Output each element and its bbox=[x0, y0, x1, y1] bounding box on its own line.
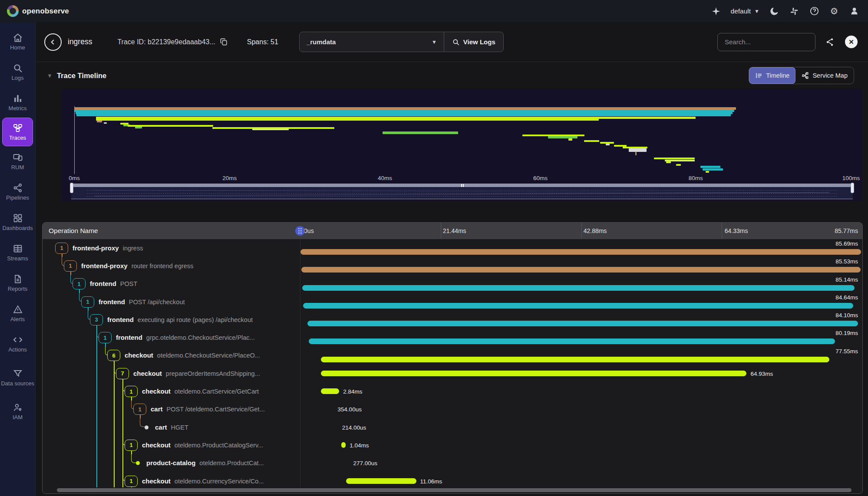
span-children-count-badge[interactable]: 7 bbox=[116, 368, 129, 379]
span-row[interactable]: 1frontendPOST85.14ms bbox=[43, 275, 862, 293]
column-splitter-handle[interactable] bbox=[295, 226, 305, 236]
span-children-count-badge[interactable]: 6 bbox=[107, 350, 120, 361]
span-row[interactable]: cartHGET214.00us bbox=[43, 418, 862, 436]
span-duration-bar[interactable] bbox=[307, 321, 858, 326]
user-icon[interactable] bbox=[849, 6, 859, 16]
settings-icon[interactable]: ⚙ bbox=[829, 6, 839, 16]
span-row[interactable]: 1checkoutoteldemo.CurrencyService/Co...1… bbox=[43, 472, 862, 487]
span-duration-cell[interactable]: 354.00us bbox=[300, 401, 862, 418]
sidebar-item-dashboards[interactable]: Dashboards bbox=[0, 207, 35, 237]
span-children-count-badge[interactable]: 1 bbox=[99, 332, 112, 343]
span-row[interactable]: 7checkoutprepareOrderItemsAndShipping...… bbox=[43, 365, 862, 382]
sidebar-item-iam[interactable]: IAM bbox=[0, 396, 35, 427]
span-duration-cell[interactable]: 80.19ms bbox=[300, 328, 862, 346]
span-duration-bar[interactable] bbox=[321, 371, 747, 376]
span-duration-cell[interactable]: 84.10ms bbox=[300, 311, 862, 328]
span-row[interactable]: 1cartPOST /oteldemo.CartService/Get...35… bbox=[43, 401, 862, 418]
span-duration-cell[interactable]: 85.69ms bbox=[300, 239, 862, 257]
span-duration-cell[interactable]: 85.53ms bbox=[300, 257, 862, 275]
trace-header: ingress Trace ID: b22139e9edaaab43... Sp… bbox=[36, 22, 868, 62]
ai-sparkle-icon[interactable] bbox=[711, 6, 721, 16]
brush-right-handle[interactable] bbox=[851, 183, 854, 193]
sidebar-item-reports[interactable]: Reports bbox=[0, 268, 35, 298]
span-children-count-badge[interactable]: 1 bbox=[73, 278, 86, 289]
span-duration-bar[interactable] bbox=[301, 267, 861, 273]
trace-minimap-chart[interactable]: 0ms20ms40ms60ms80ms100ms bbox=[62, 89, 862, 201]
tab-timeline[interactable]: Timeline bbox=[749, 67, 795, 84]
span-duration-cell[interactable]: 77.55ms bbox=[300, 347, 862, 365]
sidebar-item-rum[interactable]: RUM bbox=[0, 146, 35, 177]
span-duration-cell[interactable]: 2.84ms bbox=[300, 382, 862, 400]
help-icon[interactable] bbox=[809, 6, 819, 16]
span-duration-cell[interactable]: 214.00us bbox=[300, 418, 862, 436]
span-duration-bar[interactable] bbox=[346, 478, 416, 484]
sidebar-item-label: RUM bbox=[11, 164, 24, 171]
span-duration-label: 354.00us bbox=[337, 406, 362, 413]
span-row[interactable]: 1frontendPOST /api/checkout84.64ms bbox=[43, 293, 862, 311]
openobserve-logo[interactable]: openobserve bbox=[0, 5, 69, 17]
span-children-count-badge[interactable]: 1 bbox=[81, 296, 94, 308]
span-duration-bar[interactable] bbox=[303, 303, 853, 309]
span-children-count-badge[interactable]: 1 bbox=[125, 386, 138, 397]
span-row[interactable]: 1frontend-proxyrouter frontend egress85.… bbox=[43, 257, 862, 275]
collapse-chevron-icon[interactable]: ▼ bbox=[47, 72, 53, 79]
span-row[interactable]: product-catalogoteldemo.ProductCat...277… bbox=[43, 454, 862, 472]
span-duration-cell[interactable]: 11.06ms bbox=[300, 472, 862, 487]
span-children-count-badge[interactable]: 3 bbox=[90, 314, 103, 325]
search-input[interactable] bbox=[724, 38, 809, 46]
span-row[interactable]: 3frontendexecuting api route (pages) /ap… bbox=[43, 311, 862, 328]
span-duration-bar[interactable] bbox=[321, 357, 829, 362]
span-row[interactable]: 1checkoutoteldemo.CartService/GetCart2.8… bbox=[43, 382, 862, 400]
span-duration-label: 2.84ms bbox=[343, 388, 362, 395]
span-children-count-badge[interactable]: 1 bbox=[125, 476, 138, 487]
span-duration-cell[interactable]: 84.64ms bbox=[300, 293, 862, 311]
span-duration-bar[interactable] bbox=[300, 249, 861, 255]
span-duration-bar[interactable] bbox=[309, 338, 835, 344]
sidebar-item-alerts[interactable]: Alerts bbox=[0, 298, 35, 328]
sidebar-item-home[interactable]: Home bbox=[0, 26, 35, 57]
view-logs-button[interactable]: View Logs bbox=[444, 32, 503, 52]
span-children-count-badge[interactable]: 1 bbox=[125, 440, 138, 451]
tab-service-map[interactable]: Service Map bbox=[795, 67, 854, 84]
logo-text: openobserve bbox=[22, 7, 69, 16]
span-row[interactable]: 1frontend-proxyingress85.69ms bbox=[43, 239, 862, 257]
span-duration-cell[interactable]: 64.93ms bbox=[300, 365, 862, 382]
brush-center-grip[interactable] bbox=[461, 184, 465, 187]
organization-select[interactable]: default ▼ bbox=[731, 7, 759, 15]
back-button[interactable] bbox=[44, 33, 62, 51]
close-icon[interactable]: ✕ bbox=[845, 36, 858, 48]
span-row[interactable]: 1frontendgrpc.oteldemo.CheckoutService/P… bbox=[43, 328, 862, 346]
timeline-brush[interactable] bbox=[71, 184, 853, 199]
sidebar-item-pipelines[interactable]: Pipelines bbox=[0, 177, 35, 207]
span-duration-bar[interactable] bbox=[341, 442, 346, 448]
dark-mode-icon[interactable] bbox=[769, 6, 779, 16]
span-children-count-badge[interactable]: 1 bbox=[55, 243, 68, 254]
stream-select[interactable]: _rumdata ▼ bbox=[300, 32, 444, 52]
slack-icon[interactable] bbox=[789, 6, 799, 16]
span-children-count-badge[interactable]: 1 bbox=[64, 260, 77, 272]
span-duration-label: 214.00us bbox=[342, 424, 366, 430]
minimap-plot bbox=[74, 94, 851, 176]
span-duration-cell[interactable]: 85.14ms bbox=[300, 275, 862, 293]
copy-icon[interactable] bbox=[220, 38, 228, 46]
span-duration-bar[interactable] bbox=[302, 285, 855, 291]
brush-left-handle[interactable] bbox=[70, 183, 73, 193]
sidebar-item-actions[interactable]: Actions bbox=[0, 328, 35, 359]
sidebar-item-data-sources[interactable]: Data sources bbox=[0, 359, 35, 396]
span-row[interactable]: 6checkoutoteldemo.CheckoutService/PlaceO… bbox=[43, 347, 862, 365]
minimap-axis-label: 100ms bbox=[842, 175, 860, 181]
horizontal-scrollbar[interactable] bbox=[57, 488, 851, 492]
sidebar-item-logs[interactable]: Logs bbox=[0, 57, 35, 87]
span-children-count-badge[interactable]: 1 bbox=[133, 404, 146, 415]
span-duration-cell[interactable]: 277.00us bbox=[300, 454, 862, 472]
share-icon[interactable] bbox=[825, 37, 835, 47]
sidebar-item-traces[interactable]: Traces bbox=[2, 118, 33, 146]
span-operation-name: POST bbox=[120, 280, 137, 287]
span-duration-cell[interactable]: 1.04ms bbox=[300, 436, 862, 454]
sidebar-item-metrics[interactable]: Metrics bbox=[0, 87, 35, 118]
span-operation-name: router frontend egress bbox=[132, 263, 194, 269]
span-duration-bar[interactable] bbox=[321, 388, 340, 394]
span-row[interactable]: 1checkoutoteldemo.ProductCatalogServ...1… bbox=[43, 436, 862, 454]
sidebar-item-streams[interactable]: Streams bbox=[0, 237, 35, 268]
trace-timeline-title: Trace Timeline bbox=[57, 72, 106, 80]
